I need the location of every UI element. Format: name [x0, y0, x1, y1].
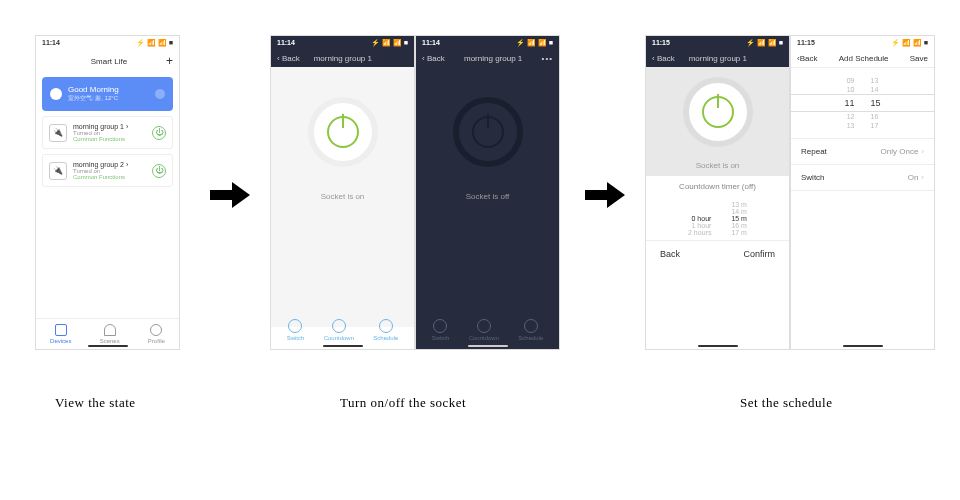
picker-back-button[interactable]: Back [660, 249, 680, 259]
banner-subtitle: 室外空气: 差, 12°C [68, 94, 119, 103]
power-button-large[interactable] [308, 97, 378, 167]
arrow-icon [210, 180, 250, 210]
socket-panel: Socket is on [646, 67, 789, 176]
status-time: 11:15 [797, 39, 815, 47]
weather-banner[interactable]: Good Morning 室外空气: 差, 12°C [42, 77, 173, 111]
caption-schedule: Set the schedule [740, 395, 832, 411]
tab-switch[interactable]: Switch [432, 319, 450, 341]
picker-confirm-button[interactable]: Confirm [743, 249, 775, 259]
switch-label: Switch [801, 173, 825, 182]
repeat-label: Repeat [801, 147, 827, 156]
phone-smart-life: 11:14 ⚡ 📶 📶 ■ Smart Life + Good Morning … [35, 35, 180, 350]
tab-countdown[interactable]: Countdown [469, 319, 499, 341]
status-bar: 11:15 ⚡ 📶 📶 ■ [791, 36, 934, 50]
power-icon [702, 96, 734, 128]
power-button-large[interactable] [683, 77, 753, 147]
app-title: Smart Life [52, 57, 166, 66]
plug-icon: 🔌 [49, 162, 67, 180]
status-time: 11:14 [42, 39, 60, 47]
time-picker[interactable]: 0913 1014 1115 1216 1317 [791, 68, 934, 138]
caption-toggle: Turn on/off the socket [340, 395, 466, 411]
status-bar: 11:14 ⚡ 📶 📶 ■ [271, 36, 414, 50]
tab-profile[interactable]: Profile [148, 324, 165, 344]
back-button[interactable]: ‹Back [797, 54, 817, 63]
header: ‹Back Add Schedule Save [791, 50, 934, 68]
device-common: Common Functions [73, 174, 128, 180]
switch-row[interactable]: Switch On› [791, 165, 934, 191]
power-toggle-small[interactable]: ⏻ [152, 126, 166, 140]
status-bar: 11:14 ⚡ 📶 📶 ■ [36, 36, 179, 50]
page-title: Add Schedule [817, 54, 909, 63]
device-row-1[interactable]: 🔌 morning group 1 › Turned on Common Fun… [42, 116, 173, 149]
home-indicator [323, 345, 363, 347]
add-button[interactable]: + [166, 54, 173, 68]
back-button[interactable]: ‹ Back [422, 54, 445, 63]
tab-schedule[interactable]: Schedule [518, 319, 543, 341]
header: ‹ Back morning group 1 [646, 50, 789, 67]
tab-scenes[interactable]: Scenes [100, 324, 120, 344]
device-common: Common Functions [73, 136, 128, 142]
socket-panel: Socket is off [416, 67, 559, 327]
header: ‹ Back morning group 1 ••• [416, 50, 559, 67]
status-icons: ⚡ 📶 📶 ■ [516, 39, 553, 47]
plug-icon: 🔌 [49, 124, 67, 142]
mic-icon[interactable] [155, 89, 165, 99]
power-icon [472, 116, 504, 148]
caption-view: View the state [55, 395, 136, 411]
home-indicator [843, 345, 883, 347]
status-bar: 11:15 ⚡ 📶 📶 ■ [646, 36, 789, 50]
socket-status: Socket is off [416, 192, 559, 201]
power-icon [327, 116, 359, 148]
device-name: morning group 1 › [73, 123, 128, 130]
repeat-row[interactable]: Repeat Only Once› [791, 138, 934, 165]
home-indicator [468, 345, 508, 347]
picker-actions: Back Confirm [646, 240, 789, 267]
countdown-picker[interactable]: 0 hour 1 hour 2 hours 13 m14 m 15 m 16 m… [646, 197, 789, 240]
home-indicator [698, 345, 738, 347]
tab-countdown[interactable]: Countdown [324, 319, 354, 341]
status-icons: ⚡ 📶 📶 ■ [371, 39, 408, 47]
back-button[interactable]: ‹ Back [277, 54, 300, 63]
power-toggle-small[interactable]: ⏻ [152, 164, 166, 178]
phone-socket-on: 11:14 ⚡ 📶 📶 ■ ‹ Back morning group 1 Soc… [270, 35, 415, 350]
bottom-tabs: Switch Countdown Schedule [271, 319, 414, 341]
tab-switch[interactable]: Switch [287, 319, 305, 341]
status-time: 11:15 [652, 39, 670, 47]
device-row-2[interactable]: 🔌 morning group 2 › Turned on Common Fun… [42, 154, 173, 187]
tab-schedule[interactable]: Schedule [373, 319, 398, 341]
status-icons: ⚡ 📶 📶 ■ [136, 39, 173, 47]
status-time: 11:14 [422, 39, 440, 47]
countdown-title: Countdown timer (off) [646, 176, 789, 197]
sun-icon [50, 88, 62, 100]
power-button-large[interactable] [453, 97, 523, 167]
header: ‹ Back morning group 1 [271, 50, 414, 67]
header: Smart Life + [36, 50, 179, 72]
tab-devices[interactable]: Devices [50, 324, 71, 344]
bottom-tabs: Switch Countdown Schedule [416, 319, 559, 341]
phone-add-schedule: 11:15 ⚡ 📶 📶 ■ ‹Back Add Schedule Save 09… [790, 35, 935, 350]
arrow-icon [585, 180, 625, 210]
page-title: morning group 1 [675, 54, 761, 63]
device-name: morning group 2 › [73, 161, 128, 168]
banner-title: Good Morning [68, 85, 119, 94]
home-indicator [88, 345, 128, 347]
socket-panel: Socket is on [271, 67, 414, 327]
more-button[interactable]: ••• [542, 54, 553, 63]
phone-socket-off: 11:14 ⚡ 📶 📶 ■ ‹ Back morning group 1 •••… [415, 35, 560, 350]
page-title: morning group 1 [445, 54, 542, 63]
socket-status: Socket is on [271, 192, 414, 201]
save-button[interactable]: Save [910, 54, 928, 63]
status-time: 11:14 [277, 39, 295, 47]
status-icons: ⚡ 📶 📶 ■ [746, 39, 783, 47]
page-title: morning group 1 [300, 54, 386, 63]
socket-status: Socket is on [646, 161, 789, 170]
phone-countdown: 11:15 ⚡ 📶 📶 ■ ‹ Back morning group 1 Soc… [645, 35, 790, 350]
back-button[interactable]: ‹ Back [652, 54, 675, 63]
status-icons: ⚡ 📶 📶 ■ [891, 39, 928, 47]
status-bar: 11:14 ⚡ 📶 📶 ■ [416, 36, 559, 50]
